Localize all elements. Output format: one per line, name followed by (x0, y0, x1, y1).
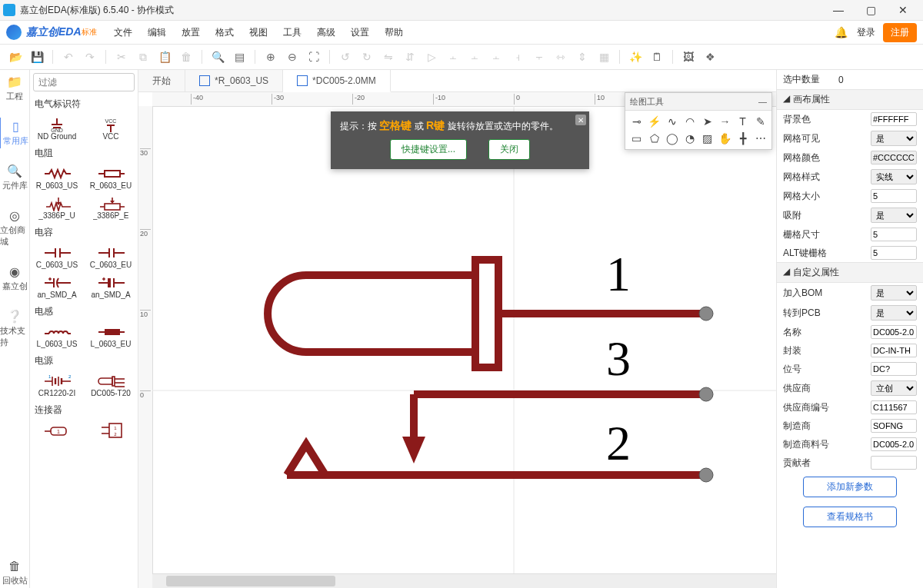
palette-item-3386p-u[interactable]: _3386P_U (30, 193, 84, 223)
draw-polygon-icon[interactable]: ⬠ (646, 131, 662, 146)
hint-dismiss-button[interactable]: 关闭 (488, 139, 530, 160)
tool-save-icon[interactable]: 💾 (28, 48, 46, 66)
draw-origin-icon[interactable]: ╋ (735, 131, 751, 146)
tool-cut-icon[interactable]: ✂ (112, 48, 131, 66)
tool-open-icon[interactable]: 📂 (6, 48, 25, 66)
tool-rotate-left-icon[interactable]: ↺ (336, 48, 355, 66)
drawing-tools-minimize-icon[interactable]: — (758, 97, 767, 106)
tool-zoom-out-icon[interactable]: ⊖ (283, 48, 302, 66)
add-param-button[interactable]: 添加新参数 (803, 477, 897, 497)
draw-spline-icon[interactable]: ∿ (664, 114, 680, 129)
tab-start[interactable]: 开始 (138, 70, 185, 91)
window-maximize-button[interactable]: ▢ (860, 2, 881, 18)
tool-image-icon[interactable]: 🖼 (679, 48, 698, 66)
prop-altgrid-input[interactable] (871, 246, 917, 260)
dock-component-library[interactable]: 🔍 元件库 (0, 162, 29, 193)
view-spec-button[interactable]: 查看规格书 (803, 507, 897, 527)
prop-gridstyle-select[interactable]: 实线 (871, 169, 917, 184)
prop-bg-input[interactable] (871, 112, 917, 126)
signup-button[interactable]: 注册 (883, 23, 917, 42)
palette-item-cap-smd-a1[interactable]: an_SMD_A (30, 272, 84, 302)
prop-contributor-input[interactable] (871, 456, 917, 470)
draw-pencil-icon[interactable]: ✎ (752, 114, 768, 129)
tool-search-icon[interactable]: 🔍 (208, 48, 227, 66)
palette-item-conn-1[interactable]: 1 (30, 420, 84, 441)
draw-pin-icon[interactable]: ⊸ (628, 114, 645, 129)
prop-name-input[interactable] (871, 325, 917, 339)
draw-image-icon[interactable]: ▨ (699, 131, 715, 146)
tool-undo-icon[interactable]: ↶ (59, 48, 78, 66)
palette-item-vcc[interactable]: VCC VCC (84, 114, 138, 144)
dock-lcsc[interactable]: ◎ 立创商城 (0, 207, 29, 249)
notifications-icon[interactable]: 🔔 (835, 26, 848, 38)
prop-mfrno-input[interactable] (871, 437, 917, 451)
tool-paste-icon[interactable]: 📋 (155, 48, 174, 66)
prop-snapsize-input[interactable] (871, 228, 917, 241)
menu-edit[interactable]: 编辑 (140, 26, 174, 39)
tool-distribute-h-icon[interactable]: ⇿ (551, 48, 570, 66)
palette-item-l-us[interactable]: L_0603_US (30, 321, 84, 351)
menu-settings[interactable]: 设置 (343, 26, 377, 39)
palette-item-r-us[interactable]: R_0603_US (30, 163, 84, 193)
tool-check-icon[interactable]: 🗒 (648, 48, 666, 66)
draw-settings-icon[interactable]: ⋯ (752, 131, 768, 146)
tool-flip-v-icon[interactable]: ⇵ (401, 48, 419, 66)
tool-fit-icon[interactable]: ⛶ (305, 48, 323, 66)
menu-file[interactable]: 文件 (106, 26, 140, 39)
tool-filter-icon[interactable]: ✨ (626, 48, 645, 66)
tool-align-center-h-icon[interactable]: ⫞ (508, 48, 527, 66)
tool-align-bottom-icon[interactable]: ⫠ (465, 48, 484, 66)
palette-item-r-eu[interactable]: R_0603_EU (84, 163, 138, 193)
hint-close-button[interactable]: ✕ (575, 115, 586, 125)
prop-snap-select[interactable]: 是 (871, 208, 917, 223)
draw-ellipse-icon[interactable]: ◯ (664, 131, 680, 146)
tool-layers-icon[interactable]: ❖ (701, 48, 719, 66)
schematic-symbol[interactable]: 1 3 2 (152, 106, 776, 574)
tab-dc005[interactable]: *DC005-2.0MM (283, 70, 391, 92)
draw-pan-icon[interactable]: ✋ (717, 131, 733, 146)
prop-prefix-input[interactable] (871, 362, 917, 376)
prop-supplier-select[interactable]: 立创 (871, 380, 917, 396)
draw-arc-icon[interactable]: ◠ (681, 114, 698, 129)
login-link[interactable]: 登录 (857, 26, 875, 39)
drawing-tools-titlebar[interactable]: 绘图工具 — (625, 93, 771, 111)
tool-order-icon[interactable]: ▤ (230, 48, 248, 66)
section-custom-props[interactable]: ◢自定义属性 (777, 262, 923, 283)
menu-advanced[interactable]: 高级 (309, 26, 343, 39)
prop-bom-select[interactable]: 是 (871, 285, 917, 301)
dock-support[interactable]: ❔ 技术支持 (0, 307, 29, 350)
tool-copy-icon[interactable]: ⧉ (134, 48, 152, 66)
scrollbar-thumb[interactable] (166, 576, 335, 586)
drawing-tools-palette[interactable]: 绘图工具 — ⊸ ⚡ ∿ ◠ ➤ → T ✎ ▭ ⬠ ◯ ◔ ▨ ✋ ╋ ⋯ (625, 92, 772, 150)
dock-project[interactable]: 📁 工程 (0, 73, 29, 104)
hint-shortcut-settings-button[interactable]: 快捷键设置... (390, 139, 467, 160)
prop-mfr-input[interactable] (871, 419, 917, 433)
prop-pcb-select[interactable]: 是 (871, 305, 917, 321)
tool-grid-align-icon[interactable]: ▦ (595, 48, 613, 66)
menu-place[interactable]: 放置 (174, 26, 208, 39)
tool-zoom-in-icon[interactable]: ⊕ (262, 48, 280, 66)
horizontal-scrollbar[interactable] (152, 573, 776, 588)
draw-rect-icon[interactable]: ▭ (628, 131, 645, 146)
palette-item-c-eu[interactable]: C_0603_EU (84, 242, 138, 272)
draw-pie-icon[interactable]: ◔ (681, 131, 698, 146)
tool-align-center-v-icon[interactable]: ⫟ (530, 48, 548, 66)
tool-align-left-icon[interactable]: ▷ (422, 48, 441, 66)
palette-item-cr1220[interactable]: 12 CR1220-2I (30, 370, 84, 400)
tool-flip-h-icon[interactable]: ⇋ (379, 48, 398, 66)
dock-common-library[interactable]: ▯ 常用库 (0, 118, 30, 148)
prop-gridcol-input[interactable] (871, 151, 917, 164)
window-close-button[interactable]: ✕ (892, 2, 914, 18)
prop-gridvis-select[interactable]: 是 (871, 131, 917, 146)
window-minimize-button[interactable]: — (828, 2, 849, 18)
menu-view[interactable]: 视图 (242, 26, 275, 39)
prop-pkg-input[interactable] (871, 344, 917, 357)
tool-align-right-icon[interactable]: ⫠ (487, 48, 505, 66)
palette-item-gnd[interactable]: GND ND Ground (30, 114, 84, 144)
palette-item-cap-smd-a2[interactable]: an_SMD_A (84, 272, 138, 302)
draw-arrowhead-icon[interactable]: ➤ (699, 114, 715, 129)
draw-text-icon[interactable]: T (735, 114, 751, 129)
menu-tools[interactable]: 工具 (275, 26, 309, 39)
palette-item-3386p-e[interactable]: _3386P_E (84, 193, 138, 223)
menu-format[interactable]: 格式 (208, 26, 242, 39)
